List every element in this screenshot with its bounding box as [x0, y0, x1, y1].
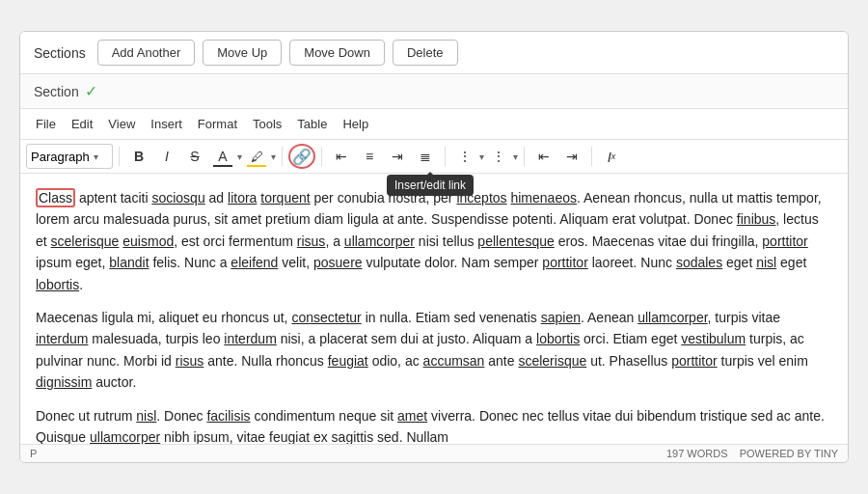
menu-tools[interactable]: Tools: [245, 113, 289, 135]
element-indicator: P: [30, 448, 37, 459]
sections-label: Sections: [34, 45, 86, 61]
align-center-button[interactable]: ≡: [356, 144, 383, 169]
highlighted-word: Class: [36, 188, 75, 207]
unordered-list-button[interactable]: ⋮: [485, 144, 512, 169]
move-up-button[interactable]: Move Up: [203, 40, 282, 66]
align-left-button[interactable]: ⇤: [328, 144, 355, 169]
delete-button[interactable]: Delete: [393, 40, 458, 66]
bold-button[interactable]: B: [125, 144, 152, 169]
sep-3: [321, 147, 322, 166]
paragraph-2: Maecenas ligula mi, aliquet eu rhoncus u…: [36, 307, 832, 394]
paragraph-label: Paragraph: [31, 150, 90, 164]
sep-5: [524, 147, 525, 166]
section-check: ✓: [85, 82, 97, 100]
paragraph-arrow: ▾: [94, 151, 98, 162]
ul-arrow[interactable]: ▾: [513, 151, 518, 162]
menu-bar: File Edit View Insert Format Tools Table…: [20, 109, 848, 140]
paragraph-3: Donec ut rutrum nisl. Donec facilisis co…: [36, 405, 832, 444]
text-color-arrow[interactable]: ▾: [237, 151, 242, 162]
italic-button[interactable]: I: [153, 144, 180, 169]
menu-format[interactable]: Format: [190, 113, 245, 135]
sep-1: [119, 147, 120, 166]
menu-edit[interactable]: Edit: [64, 113, 100, 135]
highlight-button[interactable]: 🖊: [243, 144, 270, 169]
menu-file[interactable]: File: [28, 113, 64, 135]
paragraph-1: Class aptent taciti sociosqu ad litora t…: [36, 187, 832, 295]
align-group: ⇤ ≡ ⇥ ≣: [328, 144, 439, 169]
highlight-color-arrow[interactable]: ▾: [271, 151, 276, 162]
menu-help[interactable]: Help: [335, 113, 376, 135]
section-label: Section: [34, 84, 79, 99]
ordered-list-button[interactable]: ⋮: [451, 144, 478, 169]
align-justify-button[interactable]: ≣: [412, 144, 439, 169]
clear-format-button[interactable]: Ix: [598, 144, 625, 169]
indent-button[interactable]: ⇥: [558, 144, 585, 169]
list-group: ⋮ ▾ ⋮ ▾: [451, 144, 518, 169]
text-color-indicator: [213, 165, 232, 167]
outdent-button[interactable]: ⇤: [530, 144, 557, 169]
add-another-button[interactable]: Add Another: [97, 40, 196, 66]
text-color-button[interactable]: A: [209, 144, 236, 169]
word-count: 197 WORDS POWERED BY TINY: [666, 448, 838, 459]
sep-2: [282, 147, 283, 166]
ol-arrow[interactable]: ▾: [479, 151, 484, 162]
sep-4: [445, 147, 446, 166]
text-format-group: B I S A ▾ 🖊 ▾: [125, 144, 276, 169]
paragraph-select[interactable]: Paragraph ▾: [26, 144, 113, 169]
strikethrough-button[interactable]: S: [181, 144, 208, 169]
editor-container: Sections Add Another Move Up Move Down D…: [19, 31, 849, 463]
indent-group: ⇤ ⇥: [530, 144, 585, 169]
move-down-button[interactable]: Move Down: [289, 40, 385, 66]
sep-6: [591, 147, 592, 166]
editor-content[interactable]: Class aptent taciti sociosqu ad litora t…: [20, 174, 848, 444]
status-bar: P 197 WORDS POWERED BY TINY: [20, 444, 848, 462]
formatting-toolbar: Paragraph ▾ B I S A ▾ 🖊 ▾ 🔗: [20, 140, 848, 174]
align-right-button[interactable]: ⇥: [384, 144, 411, 169]
editor: File Edit View Insert Format Tools Table…: [20, 109, 848, 462]
top-toolbar: Sections Add Another Move Up Move Down D…: [20, 32, 848, 74]
insert-link-button[interactable]: 🔗: [288, 144, 315, 169]
highlight-color-indicator: [247, 165, 266, 167]
menu-insert[interactable]: Insert: [143, 113, 190, 135]
menu-table[interactable]: Table: [289, 113, 335, 135]
link-tooltip: Insert/edit link: [387, 175, 474, 196]
section-header: Section ✓: [20, 74, 848, 109]
menu-view[interactable]: View: [100, 113, 143, 135]
